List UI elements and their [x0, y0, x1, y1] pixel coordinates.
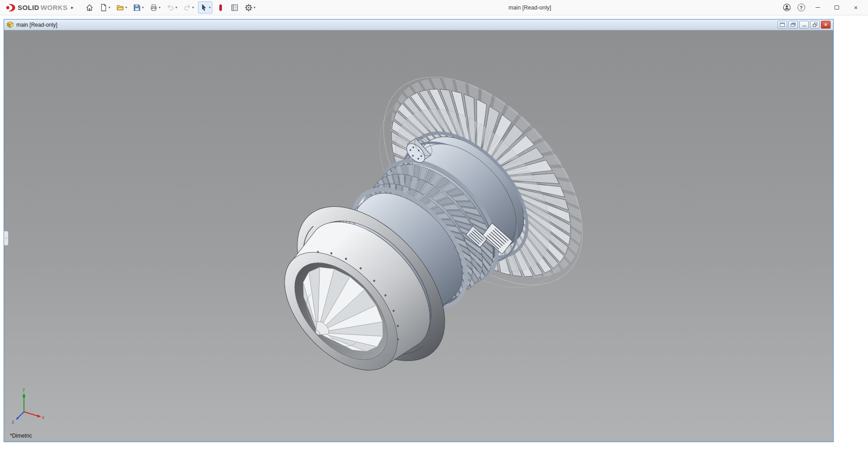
redo-button[interactable]: ▾ [181, 1, 196, 14]
quick-access-toolbar: ▾ ▾ ▾ ▾ [84, 1, 257, 14]
maximize-icon [835, 5, 839, 10]
app-titlebar: SOLIDWORKS ▸ ▾ ▾ [0, 0, 868, 15]
titlebar-right-controls: ? × [779, 0, 868, 15]
jet-engine-model [227, 39, 622, 431]
minimize-doc-icon [802, 26, 806, 27]
options-caret-icon[interactable]: ▾ [254, 6, 255, 10]
undo-icon [166, 4, 175, 12]
logo-text-works: WORKS [41, 4, 68, 11]
orientation-triad[interactable]: x y z [10, 384, 54, 427]
minimize-button[interactable] [808, 0, 827, 15]
open-icon [116, 4, 124, 12]
cascade-windows-button[interactable] [788, 21, 798, 29]
save-caret-icon[interactable]: ▾ [142, 6, 144, 10]
help-icon: ? [797, 4, 805, 11]
user-account-button[interactable] [779, 0, 794, 15]
featuremanager-collapsed-tab[interactable]: ‹ [4, 231, 9, 246]
minimize-document-button[interactable] [799, 21, 809, 29]
print-button[interactable]: ▾ [148, 1, 162, 14]
save-button[interactable]: ▾ [131, 1, 146, 14]
y-axis-arrow [23, 393, 26, 397]
y-axis-label: y [23, 387, 25, 392]
graphics-area[interactable]: x y z *Dimetric ‹ [4, 30, 833, 442]
part-document-icon [7, 21, 14, 28]
select-tool-button[interactable]: ▾ [198, 1, 212, 14]
restore-document-button[interactable] [810, 21, 820, 29]
help-button[interactable]: ? [794, 0, 808, 15]
x-axis-label: x [42, 415, 44, 420]
3ds-logo-icon [5, 3, 16, 12]
undo-caret-icon[interactable]: ▾ [175, 6, 177, 10]
new-document-icon [99, 4, 108, 12]
view-orientation-label: *Dimetric [10, 433, 32, 439]
logo-text-solid: SOLID [18, 4, 39, 11]
document-titlebar: main [Read-only] [4, 19, 833, 30]
3dexperience-button[interactable] [215, 1, 226, 14]
toolbar-flyout-arrow-icon[interactable]: ▸ [71, 5, 74, 10]
cascade-windows-icon [791, 23, 796, 27]
print-caret-icon[interactable]: ▾ [159, 6, 160, 10]
redo-icon [183, 4, 191, 12]
select-cursor-icon [200, 4, 208, 12]
new-document-caret-icon[interactable]: ▾ [108, 6, 110, 10]
redo-caret-icon[interactable]: ▾ [192, 6, 194, 10]
x-axis-arrow [37, 415, 41, 417]
close-button[interactable]: × [846, 0, 865, 15]
document-window: main [Read-only] [4, 19, 834, 442]
document-title: main [Read-only] [16, 22, 57, 28]
help-glyph: ? [800, 5, 803, 10]
home-icon [85, 4, 94, 12]
user-account-icon [783, 3, 791, 12]
app-window-title: main [Read-only] [509, 0, 552, 15]
close-doc-icon: × [824, 22, 827, 27]
new-window-icon [780, 23, 785, 27]
close-icon: × [854, 5, 858, 11]
z-axis-label: z [12, 419, 14, 424]
restore-doc-icon [813, 23, 817, 27]
minimize-icon [816, 7, 820, 8]
undo-button[interactable]: ▾ [165, 1, 179, 14]
new-window-button[interactable] [778, 21, 787, 29]
select-tool-caret-icon[interactable]: ▾ [209, 6, 211, 10]
new-document-button[interactable]: ▾ [98, 1, 112, 14]
3dexperience-icon [217, 4, 225, 12]
engine-3d-view [4, 30, 833, 442]
open-caret-icon[interactable]: ▾ [125, 6, 127, 10]
pane-collapse-icon: ‹ [5, 236, 7, 240]
print-icon [150, 4, 158, 12]
property-manager-button[interactable] [229, 1, 241, 14]
close-document-button[interactable]: × [821, 21, 830, 29]
home-button[interactable] [84, 1, 95, 14]
solidworks-logo: SOLIDWORKS [0, 3, 67, 12]
property-manager-icon [231, 4, 239, 12]
options-button[interactable]: ▾ [243, 1, 257, 14]
maximize-button[interactable] [827, 0, 846, 15]
document-window-controls: × [778, 21, 830, 29]
open-button[interactable]: ▾ [114, 1, 129, 14]
save-icon [133, 4, 141, 12]
options-gear-icon [245, 4, 253, 12]
